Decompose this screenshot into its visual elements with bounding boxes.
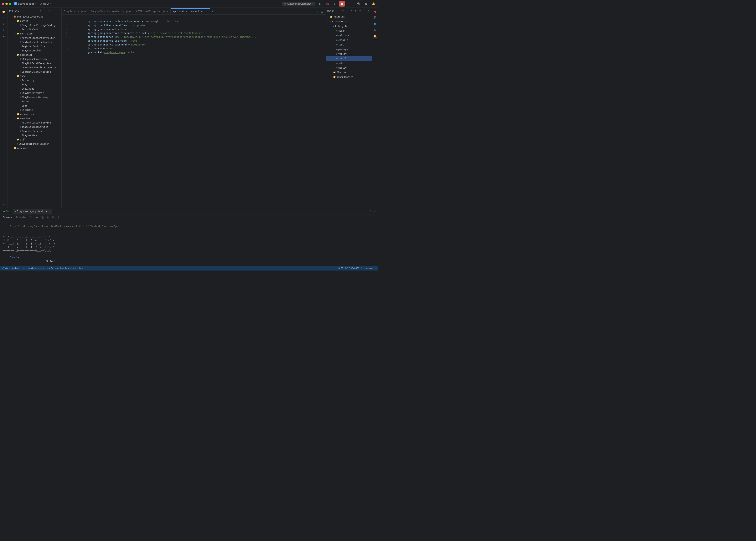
tree-item-exception[interactable]: ▾ 📁 exception (8, 53, 62, 57)
console-stop-button[interactable]: ■ (35, 215, 39, 220)
maven-refresh-button[interactable]: ↻ (341, 9, 345, 13)
maven-item-validate[interactable]: ◉ validate (326, 33, 372, 38)
tree-item-staybookingapp[interactable]: © StaybookingApplication (8, 142, 62, 146)
tree-item-imagestorageservice[interactable]: © ImageStorageService (8, 125, 62, 129)
run-tab[interactable]: ▶ Run (2, 209, 12, 214)
staybooking-app-tab[interactable]: ▶ StaybookingApplication ✕ (13, 209, 52, 214)
gradle-icon[interactable]: G (373, 27, 378, 33)
tree-item-googlecloudstorageconfig[interactable]: © GoogleCloudStorageConfig (8, 23, 62, 27)
project-icon[interactable]: 📁 (1, 9, 7, 14)
tree-item-stayreserveddate[interactable]: © StayReservedDate (8, 91, 62, 95)
maven-add-button[interactable]: + (345, 9, 349, 13)
close-run-tab-icon[interactable]: ✕ (49, 210, 50, 212)
status-cursor[interactable]: 8:17 (338, 267, 344, 270)
find-icon[interactable]: ⊕ (1, 27, 7, 33)
tree-item-token[interactable]: © Token (8, 99, 62, 104)
run-button[interactable]: ▶ (317, 1, 323, 7)
console-sub-tab[interactable]: Console (2, 216, 14, 219)
coverage-button[interactable]: ▶ (332, 1, 337, 7)
status-encoding[interactable]: ISO-8859-1 (349, 267, 362, 270)
vcs-icon[interactable]: ⑂ (1, 15, 7, 20)
notifications-button[interactable]: 🔔 (371, 1, 376, 7)
maven-item-dependencies[interactable]: ▸ 📁 Dependencies (326, 75, 372, 79)
close-button[interactable] (2, 3, 4, 5)
console-settings-button[interactable]: ⚙ (51, 215, 55, 220)
tree-item-root[interactable]: ▾ 📦 com.eve.staybooking (8, 15, 62, 19)
tree-item-authcontroller[interactable]: © AuthenticationController (8, 36, 62, 40)
maven-item-plugins[interactable]: ▸ 📁 Plugins (326, 70, 372, 75)
stop-button[interactable]: ■ (339, 1, 345, 7)
more-run-options[interactable]: ⋮ (347, 1, 352, 7)
status-path[interactable]: src > main > resources > 🔧 application.p… (23, 267, 83, 270)
tree-item-staynotex[interactable]: © StayNotExistException (8, 61, 62, 66)
tree-item-authority[interactable]: © Authority (8, 78, 62, 83)
tree-item-customexhandler[interactable]: © CustomExceptionHandler (8, 40, 62, 44)
collapse-all-button[interactable]: ⊟ (39, 9, 43, 13)
tree-item-user[interactable]: © User (8, 104, 62, 108)
console-more-button[interactable]: ⋮ (56, 215, 61, 220)
more-icon[interactable]: ⋯ (1, 202, 7, 207)
console-fold-button[interactable]: ⊟ (46, 215, 50, 220)
console-output[interactable]: /Users/eve/Library/Java/JavaVirtualMachi… (0, 220, 378, 266)
maven-item-package[interactable]: ◉ package (326, 47, 372, 52)
tree-item-staycontroller[interactable]: © StayController (8, 49, 62, 53)
minimize-button[interactable] (5, 3, 8, 5)
tree-item-usernotex[interactable]: © UserNotExistException (8, 70, 62, 74)
bookmark-icon[interactable]: 🔖 (373, 9, 378, 14)
tab-application-properties[interactable]: application.properties ✕ (171, 8, 210, 14)
code-editor[interactable]: spring.datasource.driver-class-name = co… (69, 15, 324, 208)
notifications-right-icon[interactable]: 🔔 (373, 34, 378, 39)
more-tabs-button[interactable]: ⋮ (316, 10, 320, 14)
maven-item-staybooking[interactable]: ▾ m staybooking (326, 19, 372, 24)
project-name[interactable]: s staybooking ▾ (14, 2, 36, 5)
gear-button[interactable]: ⚙ (48, 9, 51, 13)
maven-run-button[interactable]: ▶ (350, 9, 353, 13)
maven-item-verify[interactable]: ◉ verify (326, 52, 372, 56)
tree-item-controller[interactable]: ▾ 📁 controller (8, 32, 62, 36)
tree-item-userrole[interactable]: © UserRole (8, 108, 62, 112)
tree-item-config[interactable]: ▾ 📁 config (8, 19, 62, 23)
branch-selector[interactable]: ⎇ main ▾ (40, 2, 51, 5)
tree-item-registercontroller[interactable]: © RegisterController (8, 44, 62, 49)
search-everywhere-button[interactable]: 🔍 (356, 1, 362, 7)
status-git[interactable]: ⎇ staybooking (2, 267, 19, 270)
console-camera-button[interactable]: 📷 (40, 215, 44, 220)
maven-expand-button[interactable]: ⊞ (367, 9, 370, 13)
bottom-minimize-button[interactable]: — (373, 210, 377, 213)
tree-item-stayimage[interactable]: © StayImage (8, 87, 62, 91)
maven-tree[interactable]: ▸ 📁 Profiles ▾ m staybooking ▾ ⚙ Lifecyc… (326, 14, 372, 208)
maven-settings-button[interactable]: ⚙ (358, 9, 362, 13)
maven-item-compile[interactable]: ◉ compile (326, 38, 372, 42)
maven-stop-button[interactable]: ■ (354, 9, 358, 13)
maven-item-deploy[interactable]: ◉ deploy (326, 66, 372, 70)
tree-item-util[interactable]: ▸ 📁 util (8, 138, 62, 142)
run-config-button[interactable]: ⚙ StaybookingApplication ▾ (282, 2, 316, 6)
project-tree[interactable]: ▾ 📦 com.eve.staybooking ▾ 📁 config © Goo… (8, 14, 62, 208)
tree-item-registerservice[interactable]: © RegisterService (8, 129, 62, 133)
close-tab-icon[interactable]: ✕ (205, 10, 207, 13)
tree-item-resources[interactable]: ▸ 📁 resources (8, 146, 62, 150)
tab-c[interactable]: C (210, 8, 216, 14)
tab-googlecloudstorageconfig[interactable]: GoogleCloudStorageConfig.java (89, 8, 134, 14)
tab-stayservice[interactable]: StayService.java (62, 8, 89, 14)
debug-button[interactable]: 🐞 (325, 1, 330, 7)
maven-item-profiles[interactable]: ▸ 📁 Profiles (326, 15, 372, 19)
tree-item-model[interactable]: ▾ 📁 model (8, 74, 62, 78)
maven-more-button[interactable]: ⋮ (362, 9, 366, 13)
tab-gcsuploadexception[interactable]: GCSUploadException.java (134, 8, 171, 14)
tree-item-authservice[interactable]: © AuthenticationService (8, 121, 62, 125)
tree-item-securityconfig[interactable]: © SecurityConfig (8, 27, 62, 32)
maven-item-test[interactable]: ◉ test (326, 42, 372, 47)
git-icon[interactable]: ◈ (1, 21, 7, 27)
maven-right-icon[interactable]: m (373, 21, 378, 27)
status-checkmark[interactable]: ✓ (364, 267, 365, 270)
expand-tabs-button[interactable]: ⊞ (320, 10, 325, 14)
run-icon[interactable]: ▶ (1, 34, 7, 39)
console-refresh-button[interactable]: ↻ (29, 215, 34, 220)
maximize-button[interactable] (9, 3, 11, 5)
maven-item-site[interactable]: ◉ site (326, 61, 372, 66)
status-line-ending[interactable]: LF (345, 267, 348, 270)
tree-item-repository[interactable]: ▸ 📁 repository (8, 112, 62, 116)
close-panel-button[interactable]: ✕ (56, 9, 60, 13)
refresh-button[interactable]: ↻ (43, 9, 47, 13)
